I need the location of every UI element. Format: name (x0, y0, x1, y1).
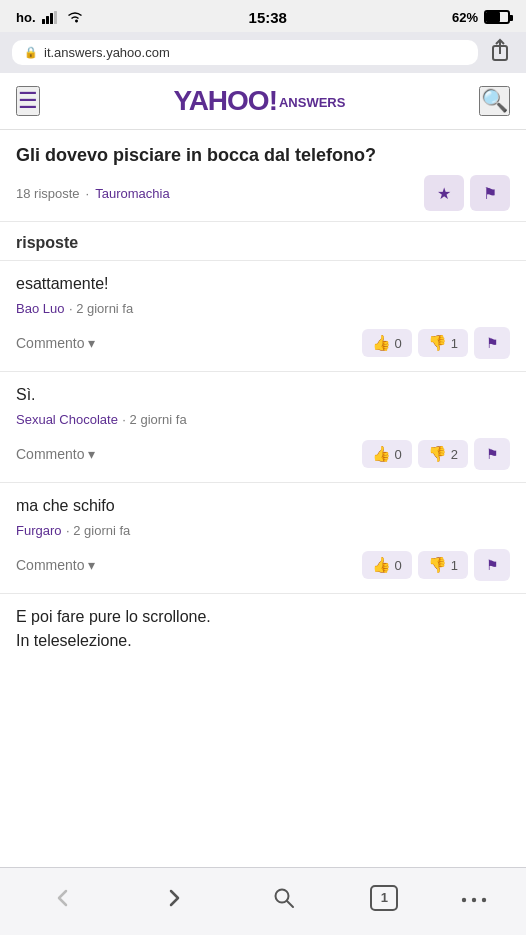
answer-item: esattamente! Bao Luo · 2 giorni fa Comme… (0, 261, 526, 372)
meta-separator: · (86, 186, 90, 201)
url-text: it.answers.yahoo.com (44, 45, 170, 60)
status-right: 62% (452, 10, 510, 25)
share-button[interactable] (486, 38, 514, 67)
svg-rect-3 (54, 11, 57, 24)
status-bar: ho. 15:38 62% (0, 0, 526, 32)
answer-author[interactable]: Furgaro (16, 523, 62, 538)
svg-rect-1 (46, 16, 49, 24)
vote-actions: 👍 0 👎 1 ⚑ (362, 327, 510, 359)
comment-button[interactable]: Commento ▾ (16, 335, 95, 351)
vote-actions: 👍 0 👎 1 ⚑ (362, 549, 510, 581)
flag-answer-button[interactable]: ⚑ (474, 327, 510, 359)
partial-answer-line2: In teleselezione. (16, 632, 510, 660)
search-icon (272, 886, 296, 910)
browser-search-button[interactable] (260, 886, 308, 910)
comment-button[interactable]: Commento ▾ (16, 446, 95, 462)
forward-button[interactable] (150, 887, 198, 909)
status-time: 15:38 (249, 9, 287, 26)
chevron-down-icon: ▾ (88, 335, 95, 351)
question-section: Gli dovevo pisciare in bocca dal telefon… (0, 130, 526, 222)
share-icon (490, 38, 510, 62)
question-actions: ★ ⚑ (424, 175, 510, 211)
star-button[interactable]: ★ (424, 175, 464, 211)
answer-meta: Furgaro · 2 giorni fa (16, 521, 510, 539)
browser-bar: 🔒 it.answers.yahoo.com (0, 32, 526, 73)
vote-actions: 👍 0 👎 2 ⚑ (362, 438, 510, 470)
like-button[interactable]: 👍 0 (362, 551, 412, 579)
answer-author[interactable]: Bao Luo (16, 301, 64, 316)
battery-percent: 62% (452, 10, 478, 25)
answer-author[interactable]: Sexual Chocolate (16, 412, 118, 427)
answer-time: 2 giorni fa (130, 412, 187, 427)
address-bar[interactable]: 🔒 it.answers.yahoo.com (12, 40, 478, 65)
dislike-count: 1 (451, 558, 458, 573)
answers-label-logo: ANSWERS (279, 95, 345, 110)
answer-text: Sì. (16, 386, 510, 404)
answer-time: 2 giorni fa (73, 523, 130, 538)
answer-text: esattamente! (16, 275, 510, 293)
dislike-count: 2 (451, 447, 458, 462)
yahoo-logo-text: YAHOO! (174, 85, 277, 116)
search-button[interactable]: 🔍 (479, 86, 510, 116)
dislike-button[interactable]: 👎 1 (418, 329, 468, 357)
comment-label: Commento (16, 446, 84, 462)
answer-item: ma che schifo Furgaro · 2 giorni fa Comm… (0, 483, 526, 594)
svg-point-10 (482, 897, 486, 901)
partial-answer-line1: E poi fare pure lo scrollone. (16, 608, 510, 626)
dislike-button[interactable]: 👎 1 (418, 551, 468, 579)
like-button[interactable]: 👍 0 (362, 440, 412, 468)
tab-count: 1 (381, 890, 388, 905)
browser-bottom-nav: 1 (0, 867, 526, 935)
like-count: 0 (395, 447, 402, 462)
svg-point-8 (462, 897, 466, 901)
status-left: ho. (16, 10, 84, 25)
chevron-down-icon: ▾ (88, 557, 95, 573)
comment-button[interactable]: Commento ▾ (16, 557, 95, 573)
yahoo-logo: YAHOO!ANSWERS (174, 85, 346, 116)
answer-footer: Commento ▾ 👍 0 👎 1 ⚑ (16, 549, 510, 581)
like-button[interactable]: 👍 0 (362, 329, 412, 357)
back-icon (52, 887, 74, 909)
tab-switcher-button[interactable]: 1 (370, 885, 398, 911)
signal-icon (42, 11, 60, 24)
question-title: Gli dovevo pisciare in bocca dal telefon… (16, 144, 510, 167)
like-count: 0 (395, 558, 402, 573)
answer-time: 2 giorni fa (76, 301, 133, 316)
chevron-down-icon: ▾ (88, 446, 95, 462)
question-meta: 18 risposte · Tauromachia ★ ⚑ (16, 175, 510, 211)
flag-answer-button[interactable]: ⚑ (474, 438, 510, 470)
hamburger-button[interactable]: ☰ (16, 86, 40, 116)
like-count: 0 (395, 336, 402, 351)
lock-icon: 🔒 (24, 46, 38, 59)
answer-meta: Bao Luo · 2 giorni fa (16, 299, 510, 317)
thumbs-up-icon: 👍 (372, 334, 391, 352)
dislike-count: 1 (451, 336, 458, 351)
more-icon (461, 895, 487, 905)
wifi-icon (66, 10, 84, 24)
comment-label: Commento (16, 557, 84, 573)
tab-count-box: 1 (370, 885, 398, 911)
thumbs-down-icon: 👎 (428, 556, 447, 574)
flag-question-button[interactable]: ⚑ (470, 175, 510, 211)
answer-item: Sì. Sexual Chocolate · 2 giorni fa Comme… (0, 372, 526, 483)
answer-separator: · (122, 412, 129, 427)
battery-fill (486, 12, 500, 22)
partial-answer-item: E poi fare pure lo scrollone. In telesel… (0, 594, 526, 660)
back-button[interactable] (39, 887, 87, 909)
carrier-text: ho. (16, 10, 36, 25)
answer-meta: Sexual Chocolate · 2 giorni fa (16, 410, 510, 428)
svg-line-7 (287, 901, 293, 907)
svg-point-9 (472, 897, 476, 901)
question-category[interactable]: Tauromachia (95, 186, 169, 201)
comment-label: Commento (16, 335, 84, 351)
more-options-button[interactable] (461, 885, 487, 911)
flag-answer-button[interactable]: ⚑ (474, 549, 510, 581)
main-content: Gli dovevo pisciare in bocca dal telefon… (0, 130, 526, 867)
answers-section-label: risposte (0, 222, 526, 261)
answer-text: ma che schifo (16, 497, 510, 515)
svg-rect-0 (42, 19, 45, 24)
battery-icon (484, 10, 510, 24)
dislike-button[interactable]: 👎 2 (418, 440, 468, 468)
question-meta-left: 18 risposte · Tauromachia (16, 186, 170, 201)
answer-footer: Commento ▾ 👍 0 👎 1 ⚑ (16, 327, 510, 359)
